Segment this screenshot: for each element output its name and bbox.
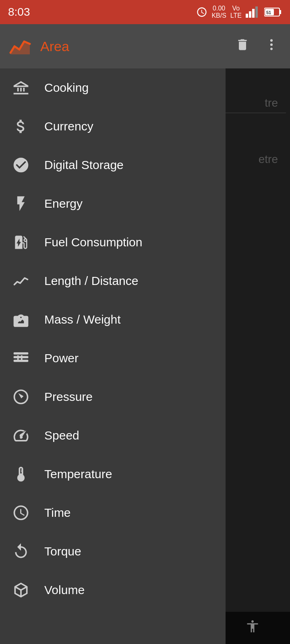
menu-item-time[interactable]: Time — [0, 493, 226, 532]
menu-label-cooking: Cooking — [44, 81, 89, 95]
power-icon — [10, 347, 32, 369]
status-time: 8:03 — [8, 6, 30, 19]
signal-icon — [246, 6, 260, 18]
bg-text-2: etre — [259, 153, 278, 166]
app-bar: Area — [0, 24, 290, 68]
length-icon — [10, 270, 32, 292]
pressure-icon — [10, 386, 32, 408]
menu-item-power[interactable]: Power — [0, 339, 226, 378]
menu-item-volume[interactable]: Volume — [0, 571, 226, 609]
menu-label-power: Power — [44, 351, 79, 365]
menu-label-speed: Speed — [44, 429, 79, 442]
menu-item-torque[interactable]: Torque — [0, 532, 226, 571]
menu-label-volume: Volume — [44, 583, 85, 597]
status-bar: 8:03 0.00KB/S VoLTE 51 — [0, 0, 290, 24]
svg-rect-2 — [252, 9, 255, 18]
accessibility-button[interactable] — [237, 616, 268, 640]
mass-icon — [10, 308, 32, 331]
menu-label-length-distance: Length / Distance — [44, 274, 138, 288]
more-dots-icon — [264, 37, 279, 52]
menu-label-digital-storage: Digital Storage — [44, 158, 124, 172]
menu-item-speed[interactable]: Speed — [0, 416, 226, 455]
bg-text-1: tre — [265, 97, 278, 109]
svg-rect-5 — [280, 10, 281, 14]
menu-label-energy: Energy — [44, 197, 83, 211]
menu-label-temperature: Temperature — [44, 467, 112, 481]
svg-text:51: 51 — [266, 10, 271, 15]
menu-label-torque: Torque — [44, 545, 81, 558]
bg-divider-1 — [226, 113, 286, 113]
svg-rect-3 — [255, 6, 258, 18]
accessibility-icon — [245, 619, 260, 634]
alarm-icon — [196, 6, 207, 18]
svg-rect-12 — [14, 352, 29, 355]
torque-icon — [10, 540, 32, 563]
currency-icon — [10, 115, 32, 138]
menu-item-fuel-consumption[interactable]: Fuel Consumption — [0, 223, 226, 262]
menu-item-currency[interactable]: Currency — [0, 107, 226, 146]
menu-label-mass-weight: Mass / Weight — [44, 313, 121, 326]
app-logo — [8, 34, 32, 58]
status-icons: 0.00KB/S VoLTE 51 — [196, 5, 282, 19]
menu-item-pressure[interactable]: Pressure — [0, 378, 226, 416]
menu-item-length-distance[interactable]: Length / Distance — [0, 262, 226, 300]
svg-rect-1 — [249, 11, 251, 18]
battery-icon: 51 — [264, 6, 282, 18]
navigation-drawer: CookingCurrencyDigital StorageEnergyFuel… — [0, 68, 226, 644]
menu-item-temperature[interactable]: Temperature — [0, 455, 226, 493]
menu-item-energy[interactable]: Energy — [0, 184, 226, 223]
network-speed: 0.00KB/S — [211, 5, 226, 19]
app-bar-actions — [232, 34, 282, 58]
digital-storage-icon — [10, 154, 32, 176]
menu-label-time: Time — [44, 506, 71, 520]
temperature-icon — [10, 463, 32, 485]
svg-rect-16 — [21, 355, 23, 361]
fuel-icon — [10, 231, 32, 254]
more-options-button[interactable] — [261, 34, 282, 58]
cooking-icon — [10, 76, 32, 99]
delete-button[interactable] — [232, 34, 253, 58]
svg-rect-15 — [17, 355, 19, 361]
app-bar-title: Area — [40, 39, 232, 54]
trash-icon — [235, 37, 250, 52]
menu-label-pressure: Pressure — [44, 390, 93, 404]
volume-icon — [10, 579, 32, 601]
menu-item-mass-weight[interactable]: Mass / Weight — [0, 300, 226, 339]
menu-item-cooking[interactable]: Cooking — [0, 68, 226, 107]
menu-label-currency: Currency — [44, 120, 93, 133]
menu-item-digital-storage[interactable]: Digital Storage — [0, 146, 226, 184]
menu-label-fuel-consumption: Fuel Consumption — [44, 235, 142, 249]
volte-icon: VoLTE — [230, 5, 242, 19]
energy-icon — [10, 192, 32, 215]
area-logo-icon — [9, 35, 31, 58]
time-icon — [10, 502, 32, 524]
speed-icon — [10, 424, 32, 447]
svg-rect-0 — [246, 14, 248, 18]
